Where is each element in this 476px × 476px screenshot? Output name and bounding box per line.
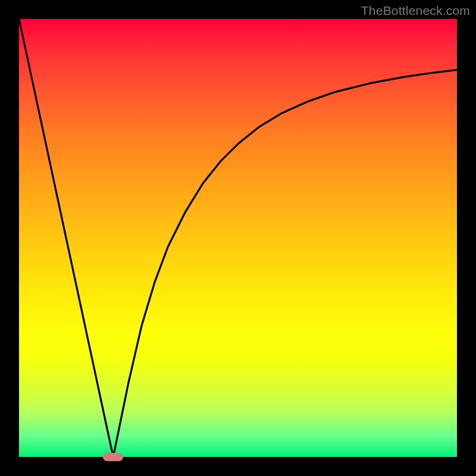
chart-frame: TheBottleneck.com <box>0 0 476 476</box>
optimum-marker <box>103 453 123 461</box>
watermark-text: TheBottleneck.com <box>361 4 470 18</box>
plot-area <box>19 19 457 457</box>
bottleneck-curve <box>19 19 457 457</box>
curve-layer <box>19 19 457 457</box>
